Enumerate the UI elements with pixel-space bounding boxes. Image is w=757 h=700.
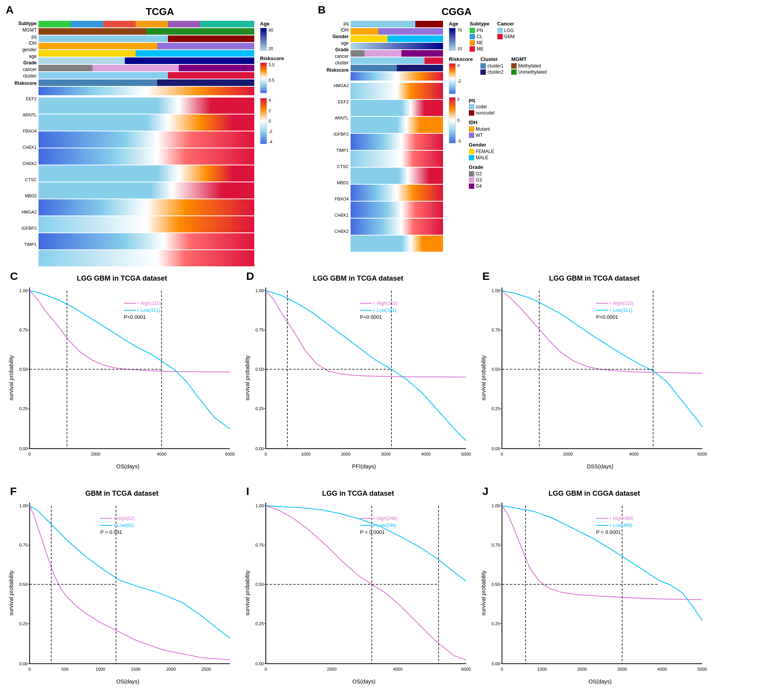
svg-text:500: 500: [61, 667, 69, 671]
b-subtype-me: ME: [470, 46, 489, 52]
svg-text:1000: 1000: [301, 452, 311, 456]
row-label-idh: IDH: [6, 40, 39, 47]
row-label-hmga2: HMGA2: [6, 204, 39, 220]
svg-text:0.75: 0.75: [19, 328, 28, 332]
riskscore-legend: Riskscore 3.5 0.5: [260, 56, 314, 93]
rs-mid: 0.5: [269, 78, 274, 82]
b-idh-mutant: Mutant: [469, 126, 495, 132]
svg-text:+ High(310): + High(310): [609, 301, 633, 306]
b-row-eef2: EEF2: [318, 94, 351, 110]
age-gradient-bar: [260, 28, 267, 51]
chek1-row: [39, 148, 254, 165]
cancer-bar: [39, 72, 254, 79]
svg-text:6000: 6000: [225, 452, 235, 456]
b-cancer-gbm: GBM: [497, 34, 515, 39]
row-label-riskscore: Riskscore: [6, 81, 39, 89]
top-section: A TCGA Subtype MGMT pq IDH gender age Gr…: [0, 0, 757, 262]
riskscore-gradient-bar: [260, 62, 267, 93]
b-heatmap-scale: 5 0 -5: [449, 97, 461, 190]
codel-color: [469, 104, 474, 109]
igfbp2-row: [39, 233, 254, 249]
svg-text:3000: 3000: [381, 452, 391, 456]
b-gender-legend: Gender FEMALE MALE: [469, 142, 495, 161]
row-label-eef2: EEF2: [6, 91, 39, 107]
hm-mid: 0: [269, 119, 272, 123]
panel-f: F GBM in TCGA dataset survival probabili…: [6, 483, 238, 687]
svg-text:survival probability: survival probability: [480, 570, 487, 616]
svg-text:OS(days): OS(days): [589, 678, 612, 685]
svg-text:2000: 2000: [166, 667, 176, 671]
row-label-cancer: cancer: [6, 67, 39, 73]
panel-d: D LGG GBM in TCGA dataset survival proba…: [242, 268, 474, 472]
arntl-row: [39, 114, 254, 131]
row-label-gender: gender: [6, 47, 39, 54]
svg-text:+ High(62): + High(62): [113, 516, 135, 521]
svg-text:P < 0.0001: P < 0.0001: [360, 530, 385, 535]
b-cancer-title: Cancer: [497, 21, 515, 27]
b-row-chek1: CHEK1: [318, 207, 351, 223]
svg-text:P<0.0001: P<0.0001: [596, 315, 618, 320]
b-idh-wt: WT: [469, 133, 495, 138]
panel-j-svg: J LGG GBM in CGGA dataset survival proba…: [478, 483, 710, 687]
b-row-igfbp2: IGFBP2: [318, 126, 351, 142]
b-riskscore-gradient: [449, 63, 456, 94]
b-rs-max: 4: [457, 63, 461, 68]
b-legend-bottom-row: 5 0 -5 pq codel noncodel: [449, 97, 595, 190]
svg-text:2000: 2000: [91, 452, 101, 456]
svg-text:0.00: 0.00: [19, 446, 28, 451]
panel-b-label: B: [318, 4, 326, 16]
cluster-bar: [39, 79, 254, 86]
main-container: A TCGA Subtype MGMT pq IDH gender age Gr…: [0, 0, 757, 700]
b-row-grade: Grade: [318, 47, 351, 54]
bottom-section: C LGG GBM in TCGA dataset survival proba…: [0, 262, 757, 700]
panel-e-svg: E LGG GBM in TCGA dataset survival proba…: [478, 268, 710, 472]
svg-text:0.00: 0.00: [492, 446, 500, 451]
b-pq-noncodel: noncodel: [469, 110, 495, 116]
grade-bar: [39, 65, 254, 71]
me-color: [470, 46, 475, 52]
heatmap-scale-legend: 4 2 0 -2 -4: [260, 98, 314, 144]
b-chek2-row: [351, 236, 443, 252]
panel-b-bars: [351, 21, 443, 258]
svg-text:0: 0: [501, 452, 503, 456]
g4-color: [469, 183, 474, 189]
b-mbd2-row: [351, 185, 443, 201]
row-label-age: age: [6, 54, 39, 60]
svg-text:0.25: 0.25: [255, 406, 264, 411]
b-cluster2: cluster2: [480, 69, 504, 75]
svg-text:P<0.0001: P<0.0001: [360, 315, 382, 320]
panel-b-title: CGGA: [318, 6, 595, 18]
b-riskscore-row: Riskscore 4 -2: [449, 56, 595, 94]
ne-color: [470, 40, 475, 45]
svg-text:+ High(489): + High(489): [609, 516, 633, 521]
svg-text:+ High(248): + High(248): [373, 516, 397, 521]
ctsc-row: [39, 182, 254, 199]
svg-text:E: E: [482, 270, 490, 282]
svg-text:0.50: 0.50: [492, 367, 500, 372]
b-arntl-row: [351, 117, 443, 133]
row-label-mbd2: MBD2: [6, 188, 39, 204]
svg-text:+ Low(311): + Low(311): [373, 308, 396, 313]
svg-text:P < 0.0001: P < 0.0001: [596, 530, 621, 535]
svg-text:OS(days): OS(days): [116, 463, 139, 469]
idh-bar: [39, 43, 254, 49]
subtype-bar: [39, 21, 254, 27]
cluster1-color: [480, 63, 486, 69]
svg-text:LGG GBM in CGGA dataset: LGG GBM in CGGA dataset: [549, 489, 640, 497]
b-row-hmga2: HMGA2: [318, 77, 351, 94]
row-label-subtype: Subtype: [6, 21, 39, 27]
lgg-color: [497, 28, 503, 33]
b-row-mbd2: MBD2: [318, 175, 351, 191]
b-gender-title: Gender: [469, 142, 495, 148]
svg-text:0.50: 0.50: [19, 367, 28, 372]
svg-text:0.25: 0.25: [19, 621, 28, 626]
row-label-chek2: CHEK2: [6, 155, 39, 172]
svg-text:C: C: [10, 270, 18, 282]
b-pq-bar: [351, 21, 443, 27]
cluster2-color: [480, 69, 486, 75]
b-pq-legend: pq codel noncodel: [469, 97, 495, 116]
svg-text:P = 0.031: P = 0.031: [100, 530, 122, 535]
b-legend-top-row: Age 70 10 Subtype: [449, 21, 595, 56]
svg-text:0.25: 0.25: [19, 406, 28, 411]
b-idh-title: IDH: [469, 119, 495, 125]
